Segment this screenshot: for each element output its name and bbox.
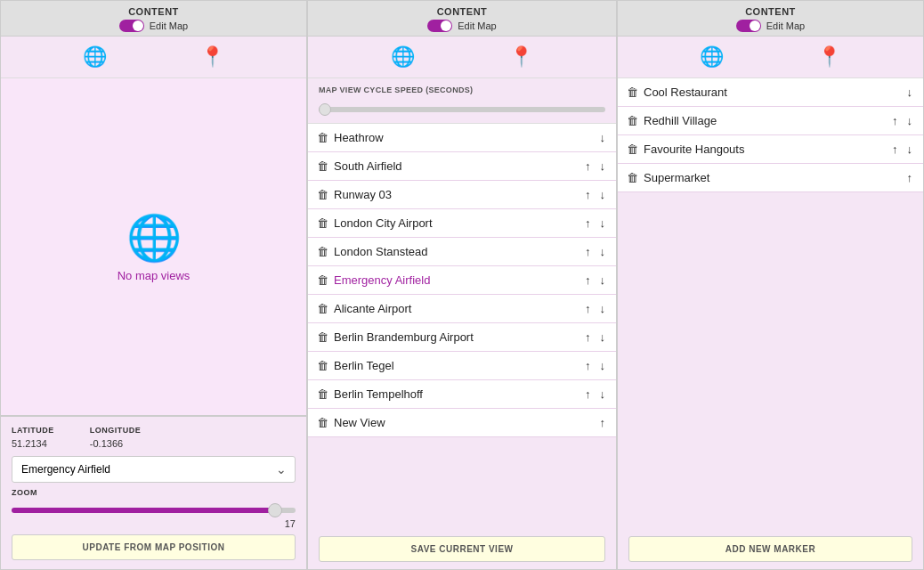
trash-icon[interactable]: 🗑 [317, 131, 328, 144]
move-down-button[interactable]: ↓ [905, 86, 915, 99]
cycle-speed-label: MAP VIEW CYCLE SPEED (SECONDS) [319, 86, 605, 94]
right-list-item: 🗑 Redhill Village ↑ ↓ [618, 107, 923, 135]
latitude-label: LATITUDE [12, 426, 54, 435]
middle-item-name: South Airfield [334, 159, 578, 173]
middle-panel-header: CONTENT Edit Map [308, 1, 616, 37]
move-up-button[interactable]: ↑ [583, 273, 593, 287]
left-panel-title: CONTENT [1, 6, 306, 17]
right-list: 🗑 Cool Restaurant ↓ 🗑 Redhill Village ↑ … [618, 78, 923, 529]
move-down-button[interactable]: ↓ [905, 114, 915, 127]
move-up-button[interactable]: ↑ [583, 359, 593, 372]
move-down-button[interactable]: ↓ [598, 273, 608, 287]
trash-icon[interactable]: 🗑 [317, 302, 328, 315]
longitude-value: -0.1366 [90, 438, 123, 449]
move-down-button[interactable]: ↓ [598, 302, 608, 315]
middle-item-name: Heathrow [334, 131, 593, 144]
right-panel-header: CONTENT Edit Map [618, 1, 923, 37]
trash-icon[interactable]: 🗑 [627, 114, 638, 127]
left-panel: CONTENT Edit Map 🌐 📍 🌐 No map views LATI… [0, 0, 307, 570]
trash-icon[interactable]: 🗑 [317, 188, 328, 201]
move-up-button[interactable]: ↑ [583, 387, 593, 401]
middle-item-name: London Stanstead [334, 245, 578, 258]
no-map-globe-icon: 🌐 [126, 212, 182, 264]
zoom-label: ZOOM [12, 488, 296, 497]
middle-item-name: Emergency Airfield [334, 273, 578, 287]
right-list-item: 🗑 Favourite Hangouts ↑ ↓ [618, 135, 923, 164]
move-up-button[interactable]: ↑ [890, 142, 900, 156]
move-up-button[interactable]: ↑ [583, 245, 593, 258]
left-panel-header: CONTENT Edit Map [1, 1, 306, 37]
airfield-dropdown-container: HeathrowSouth AirfieldRunway 03London Ci… [12, 456, 296, 483]
middle-globe-icon[interactable]: 🌐 [391, 45, 415, 69]
trash-icon[interactable]: 🗑 [317, 245, 328, 258]
right-globe-icon[interactable]: 🌐 [700, 45, 724, 69]
longitude-label: LONGITUDE [90, 426, 142, 435]
map-area: 🌐 No map views [1, 78, 306, 416]
middle-list-item: 🗑 Heathrow ↓ [308, 124, 616, 152]
right-icon-row: 🌐 📍 [618, 37, 923, 78]
trash-icon[interactable]: 🗑 [627, 171, 638, 184]
trash-icon[interactable]: 🗑 [317, 159, 328, 173]
move-up-button[interactable]: ↑ [890, 114, 900, 127]
zoom-value: 17 [12, 518, 296, 529]
move-down-button[interactable]: ↓ [598, 131, 608, 144]
move-up-button[interactable]: ↑ [598, 416, 608, 429]
move-up-button[interactable]: ↑ [583, 330, 593, 344]
right-pin-icon[interactable]: 📍 [817, 45, 841, 69]
save-current-view-button[interactable]: SAVE CURRENT VIEW [319, 536, 605, 562]
no-map-text: No map views [118, 269, 190, 282]
move-up-button[interactable]: ↑ [583, 302, 593, 315]
lat-lng-row: LATITUDE 51.2134 LONGITUDE -0.1366 [12, 426, 296, 451]
right-list-item: 🗑 Cool Restaurant ↓ [618, 78, 923, 107]
pin-icon[interactable]: 📍 [200, 45, 224, 69]
move-down-button[interactable]: ↓ [598, 359, 608, 372]
airfield-dropdown[interactable]: HeathrowSouth AirfieldRunway 03London Ci… [12, 456, 296, 483]
move-up-button[interactable]: ↑ [583, 159, 593, 173]
add-new-marker-button[interactable]: ADD NEW MARKER [628, 536, 912, 562]
trash-icon[interactable]: 🗑 [317, 387, 328, 401]
move-down-button[interactable]: ↓ [905, 142, 915, 156]
latitude-block: LATITUDE 51.2134 [12, 426, 54, 451]
globe-icon[interactable]: 🌐 [83, 45, 107, 69]
trash-icon[interactable]: 🗑 [317, 330, 328, 344]
update-from-map-button[interactable]: UPDATE FROM MAP POSITION [12, 534, 296, 560]
move-up-button[interactable]: ↑ [583, 216, 593, 230]
middle-list: 🗑 Heathrow ↓ 🗑 South Airfield ↑ ↓ 🗑 Runw… [308, 124, 616, 529]
move-down-button[interactable]: ↓ [598, 387, 608, 401]
bottom-info: LATITUDE 51.2134 LONGITUDE -0.1366 Heath… [1, 416, 306, 569]
cycle-speed-slider[interactable] [319, 107, 605, 112]
move-down-button[interactable]: ↓ [598, 188, 608, 201]
middle-list-item: 🗑 Alicante Airport ↑ ↓ [308, 295, 616, 323]
move-down-button[interactable]: ↓ [598, 245, 608, 258]
zoom-slider[interactable] [12, 508, 296, 513]
dropdown-wrapper: HeathrowSouth AirfieldRunway 03London Ci… [12, 456, 296, 483]
move-down-button[interactable]: ↓ [598, 159, 608, 173]
move-down-button[interactable]: ↓ [598, 216, 608, 230]
right-item-name: Favourite Hangouts [644, 142, 885, 156]
middle-item-name: Berlin Tegel [334, 359, 578, 372]
middle-list-item: 🗑 Berlin Tempelhoff ↑ ↓ [308, 380, 616, 409]
right-panel-title: CONTENT [618, 6, 923, 17]
right-edit-label: Edit Map [766, 20, 805, 31]
middle-list-item: 🗑 London Stanstead ↑ ↓ [308, 238, 616, 266]
left-edit-toggle[interactable] [119, 20, 144, 32]
trash-icon[interactable]: 🗑 [627, 86, 638, 99]
trash-icon[interactable]: 🗑 [317, 359, 328, 372]
trash-icon[interactable]: 🗑 [627, 142, 638, 156]
middle-pin-icon[interactable]: 📍 [509, 45, 533, 69]
right-edit-toggle[interactable] [736, 20, 761, 32]
right-item-name: Supermarket [644, 171, 900, 184]
right-panel-edit-row: Edit Map [618, 20, 923, 32]
move-up-button[interactable]: ↑ [905, 171, 915, 184]
move-down-button[interactable]: ↓ [598, 330, 608, 344]
middle-edit-toggle[interactable] [427, 20, 452, 32]
middle-list-item: 🗑 Berlin Tegel ↑ ↓ [308, 352, 616, 380]
right-list-item: 🗑 Supermarket ↑ [618, 164, 923, 192]
trash-icon[interactable]: 🗑 [317, 216, 328, 230]
middle-item-name: Berlin Brandemburg Airport [334, 330, 578, 344]
trash-icon[interactable]: 🗑 [317, 416, 328, 429]
right-item-name: Cool Restaurant [644, 86, 900, 99]
move-up-button[interactable]: ↑ [583, 188, 593, 201]
trash-icon[interactable]: 🗑 [317, 273, 328, 287]
right-item-name: Redhill Village [644, 114, 885, 127]
